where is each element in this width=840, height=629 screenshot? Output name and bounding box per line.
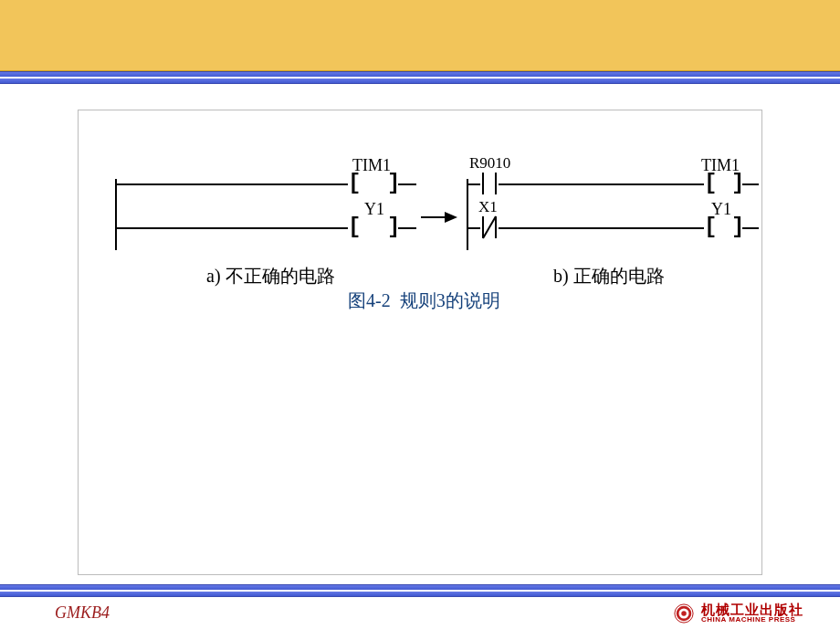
- bottom-blue-accent: [0, 584, 840, 597]
- right-tim1-tail: [742, 183, 759, 185]
- left-busbar: [115, 179, 117, 250]
- left-rung1: [115, 183, 348, 185]
- contact-x1: [480, 216, 499, 238]
- caption-a-prefix: a): [206, 266, 221, 286]
- footer-code: GMKB4: [55, 603, 110, 623]
- contact-r9010-label: R9010: [469, 154, 510, 173]
- left-tim1-label: TIM1: [352, 156, 391, 175]
- caption-b: b) 正确的电路: [553, 264, 665, 288]
- right-r2-seg2: [499, 227, 704, 229]
- publisher-en: CHINA MACHINE PRESS: [701, 616, 803, 624]
- left-tim1-tail: [398, 183, 416, 185]
- right-tim1-lbracket: [: [704, 173, 717, 194]
- publisher-zh: 机械工业出版社: [701, 603, 803, 616]
- caption-a: a) 不正确的电路: [206, 264, 335, 288]
- svg-point-1: [681, 611, 687, 616]
- caption-b-text: 正确的电路: [573, 266, 665, 286]
- contact-x1-label: X1: [478, 198, 498, 216]
- left-y1-lbracket: [: [348, 216, 361, 238]
- caption-b-prefix: b): [553, 266, 569, 286]
- right-r2-seg1: [467, 227, 480, 229]
- top-yellow-band: [0, 0, 840, 71]
- right-y1-label: Y1: [711, 200, 731, 219]
- right-r1-seg2: [499, 183, 704, 185]
- publisher-text: 机械工业出版社 CHINA MACHINE PRESS: [701, 603, 803, 624]
- right-r1-seg1: [467, 183, 480, 185]
- contact-r9010: [480, 173, 499, 194]
- figure-label: 图4-2: [348, 290, 391, 310]
- left-y1-label: Y1: [364, 200, 384, 219]
- footer: GMKB4 机械工业出版社 CHINA MACHINE PRESS: [0, 597, 840, 629]
- ladder-diagram: [ ] TIM1 [ ] Y1 R9010 [ ] TIM1 X1 [ ]: [79, 110, 761, 574]
- caption-a-text: 不正确的电路: [226, 266, 335, 286]
- transform-arrow: [421, 211, 457, 224]
- figure-text: 规则3的说明: [400, 290, 500, 310]
- right-y1-lbracket: [: [704, 216, 717, 238]
- right-tim1-label: TIM1: [701, 156, 740, 175]
- figure-title: 图4-2 规则3的说明: [348, 288, 500, 313]
- right-y1-tail: [742, 227, 759, 229]
- left-y1-tail: [398, 227, 416, 229]
- slide-body: [ ] TIM1 [ ] Y1 R9010 [ ] TIM1 X1 [ ]: [78, 110, 762, 575]
- left-tim1-lbracket: [: [348, 173, 361, 194]
- top-blue-accent: [0, 71, 840, 84]
- left-rung2: [115, 227, 348, 229]
- publisher-block: 机械工业出版社 CHINA MACHINE PRESS: [674, 603, 803, 624]
- right-busbar: [467, 179, 468, 250]
- gear-icon: [674, 603, 694, 624]
